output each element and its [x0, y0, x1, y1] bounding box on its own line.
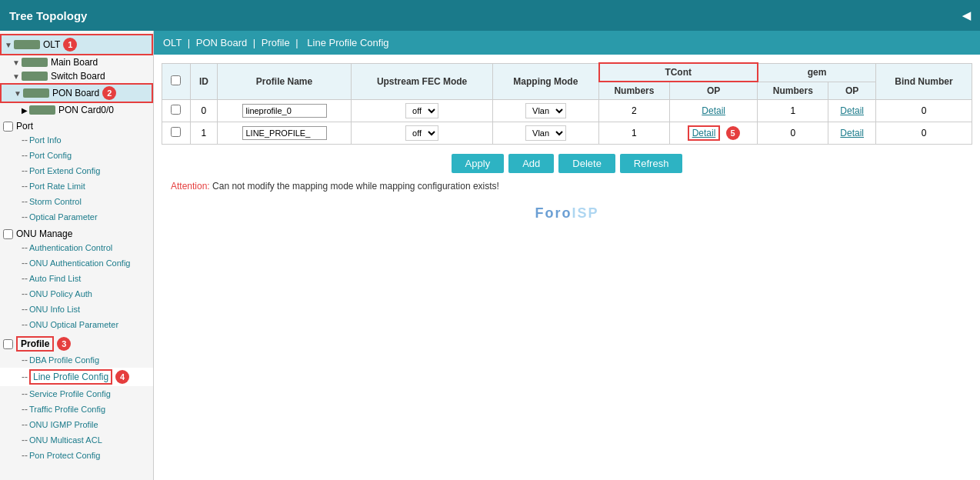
col-tcont-numbers-header: Numbers	[599, 82, 670, 100]
sidebar-link-onu-optical-parameter[interactable]: -- ONU Optical Parameter	[0, 317, 153, 332]
onu-manage-checkbox[interactable]	[3, 229, 13, 239]
onu-multicast-acl-link[interactable]: ONU Multicast ACL	[29, 434, 102, 446]
row1-upstream-fec-select[interactable]: off on	[405, 125, 438, 141]
row1-mapping-mode-select[interactable]: Vlan TCI Port	[525, 125, 566, 141]
onu-policy-auth-link[interactable]: ONU Policy Auth	[29, 288, 92, 300]
sidebar-item-main-board[interactable]: ▼ Main Board	[0, 55, 153, 69]
row1-profile-name-cell	[218, 122, 352, 145]
sidebar-link-service-profile-config[interactable]: -- Service Profile Config	[0, 386, 153, 402]
row0-checkbox[interactable]	[171, 105, 181, 115]
dot-icon2: --	[22, 150, 28, 161]
pon-board-icon	[23, 88, 49, 98]
tree-topology-title: Tree Topology	[9, 9, 87, 22]
row1-tcont-detail-link[interactable]: Detail	[688, 125, 721, 141]
dot-icon: --	[22, 135, 28, 145]
sidebar-item-switch-board[interactable]: ▼ Switch Board	[0, 69, 153, 83]
select-all-checkbox[interactable]	[171, 75, 181, 85]
olt-device-icon	[14, 40, 40, 49]
onu-optical-parameter-link[interactable]: ONU Optical Parameter	[29, 318, 118, 331]
line-profile-config-link[interactable]: Line Profile Config	[29, 369, 112, 385]
breadcrumb-line-profile-config: Line Profile Config	[307, 37, 388, 48]
sidebar-link-port-rate-limit[interactable]: -- Port Rate Limit	[0, 178, 153, 194]
col-gem-header: gem	[758, 63, 876, 82]
sidebar-link-auto-find-list[interactable]: -- Auto Find List	[0, 271, 153, 286]
onu-info-list-link[interactable]: ONU Info List	[29, 303, 80, 315]
delete-button[interactable]: Delete	[558, 154, 615, 173]
sidebar-link-traffic-profile-config[interactable]: -- Traffic Profile Config	[0, 402, 153, 417]
apply-button[interactable]: Apply	[452, 154, 505, 173]
sidebar-link-port-info[interactable]: -- Port Info	[0, 132, 153, 148]
sidebar-link-auth-control[interactable]: -- Authentication Control	[0, 240, 153, 255]
storm-control-link[interactable]: Storm Control	[29, 195, 82, 208]
dot-icon7: --	[22, 242, 28, 253]
row1-checkbox[interactable]	[171, 127, 181, 137]
watermark-foro: Foro	[535, 205, 572, 221]
row0-upstream-fec-select[interactable]: off on	[405, 103, 438, 118]
sidebar-link-optical-parameter[interactable]: -- Optical Parameter	[0, 209, 153, 225]
sidebar-link-storm-control[interactable]: -- Storm Control	[0, 194, 153, 209]
row0-tcont-numbers-cell: 2	[599, 100, 670, 122]
breadcrumb-olt[interactable]: OLT	[163, 37, 182, 48]
col-gem-numbers-header: Numbers	[758, 82, 828, 100]
port-rate-limit-link[interactable]: Port Rate Limit	[29, 180, 85, 192]
sidebar-link-onu-policy-auth[interactable]: -- ONU Policy Auth	[0, 286, 153, 302]
breadcrumb-profile[interactable]: Profile	[262, 37, 290, 48]
dot-icon4: --	[22, 181, 28, 192]
dba-profile-config-link[interactable]: DBA Profile Config	[29, 354, 99, 366]
port-section-header: Port	[0, 120, 153, 132]
optical-parameter-link[interactable]: Optical Parameter	[29, 211, 98, 223]
collapse-arrow-icon[interactable]: ◀	[962, 9, 971, 22]
auto-find-list-link[interactable]: Auto Find List	[29, 272, 81, 285]
dot-icon6: --	[22, 212, 28, 222]
sidebar-link-pon-protect-config[interactable]: -- Pon Protect Config	[0, 448, 153, 463]
profile-section-header: Profile 3	[0, 335, 153, 352]
dot-icon3: --	[22, 165, 28, 176]
onu-auth-config-link[interactable]: ONU Authentication Config	[29, 257, 130, 269]
port-section-label: Port	[16, 121, 33, 132]
dot-icon19: --	[22, 450, 28, 461]
sidebar-link-onu-info-list[interactable]: -- ONU Info List	[0, 302, 153, 317]
row1-gem-detail-link[interactable]: Detail	[840, 128, 864, 138]
onu-igmp-profile-link[interactable]: ONU IGMP Profile	[29, 418, 98, 431]
refresh-button[interactable]: Refresh	[620, 154, 683, 173]
profile-checkbox[interactable]	[3, 339, 13, 349]
port-checkbox[interactable]	[3, 122, 13, 132]
profile-label: Profile	[16, 336, 54, 352]
row0-mapping-mode-select[interactable]: Vlan TCI Port	[525, 103, 566, 118]
service-profile-config-link[interactable]: Service Profile Config	[29, 388, 111, 400]
sidebar-link-onu-multicast-acl[interactable]: -- ONU Multicast ACL	[0, 432, 153, 448]
row0-profile-name-input[interactable]	[242, 104, 327, 118]
port-info-link[interactable]: Port Info	[29, 134, 62, 146]
sidebar-item-pon-board[interactable]: ▼ PON Board 2	[0, 83, 153, 103]
add-button[interactable]: Add	[508, 154, 554, 173]
sidebar-tree: ▼ OLT 1 ▼ Main Board ▼ Switch Board ▼	[0, 31, 153, 466]
sidebar-item-olt[interactable]: ▼ OLT 1	[0, 34, 153, 55]
sidebar-link-port-extend-config[interactable]: -- Port Extend Config	[0, 163, 153, 178]
sidebar-link-line-profile-config[interactable]: -- Line Profile Config 4	[0, 368, 153, 386]
port-extend-config-link[interactable]: Port Extend Config	[29, 165, 100, 177]
row1-mapping-mode-cell: Vlan TCI Port	[493, 122, 599, 145]
pon-protect-config-link[interactable]: Pon Protect Config	[29, 449, 100, 462]
header-title: Tree Topology	[9, 9, 87, 22]
breadcrumb-pon-board[interactable]: PON Board	[196, 37, 247, 48]
sidebar-link-port-config[interactable]: -- Port Config	[0, 148, 153, 163]
pon-card-icon	[29, 105, 55, 115]
row1-profile-name-input[interactable]	[242, 126, 327, 140]
sidebar-link-onu-auth-config[interactable]: -- ONU Authentication Config	[0, 255, 153, 271]
row0-gem-numbers-cell: 1	[758, 100, 828, 122]
attention-text: Can not modify the mapping mode while ma…	[212, 181, 499, 192]
badge-4: 4	[115, 370, 129, 384]
switch-board-expand-icon: ▼	[12, 72, 20, 81]
sidebar-link-dba-profile-config[interactable]: -- DBA Profile Config	[0, 352, 153, 368]
sidebar-item-pon-card[interactable]: ▶ PON Card0/0	[0, 103, 153, 117]
traffic-profile-config-link[interactable]: Traffic Profile Config	[29, 403, 105, 415]
header: Tree Topology ◀	[0, 0, 980, 31]
port-config-link[interactable]: Port Config	[29, 149, 72, 162]
pon-card-expand-icon: ▶	[22, 106, 28, 115]
breadcrumb: OLT | PON Board | Profile | Line Profile…	[154, 31, 980, 55]
action-buttons-row: Apply Add Delete Refresh	[162, 154, 972, 173]
row0-tcont-detail-link[interactable]: Detail	[702, 105, 725, 116]
sidebar-link-onu-igmp-profile[interactable]: -- ONU IGMP Profile	[0, 417, 153, 432]
authentication-control-link[interactable]: Authentication Control	[29, 242, 112, 254]
row0-gem-detail-link[interactable]: Detail	[840, 105, 864, 116]
